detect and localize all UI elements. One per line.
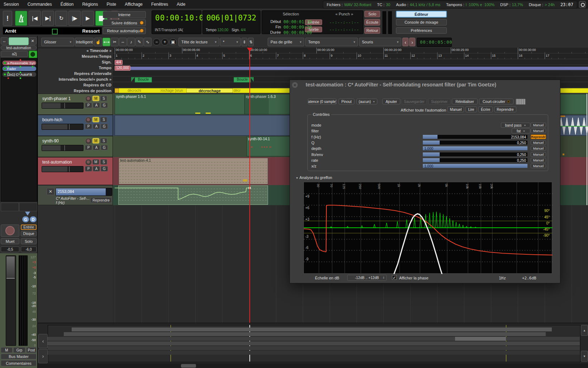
plugin-r-initialiser-button[interactable]: Réinitialiser xyxy=(452,99,478,104)
monitor-gain-button[interactable]: G xyxy=(22,216,29,222)
secondary-clock[interactable]: 006|01|0732 Tempo 120,00 Sign. 4/4 xyxy=(202,10,260,34)
loop-marker[interactable]: Boucle xyxy=(234,77,251,82)
ruler-row[interactable] xyxy=(113,71,588,76)
summary-scroll-left-button[interactable]: ‹ xyxy=(38,334,48,348)
playhead-head-icon[interactable] xyxy=(247,48,253,52)
go-start-button[interactable]: |◀ xyxy=(29,11,41,26)
track-header-synth-phaser 1[interactable]: synth-phaser 1MSPAG xyxy=(38,94,113,115)
lane-automation-mode-button[interactable]: Reprendre▼ xyxy=(90,197,112,203)
track-solo-button[interactable]: S xyxy=(100,138,107,143)
sign-value[interactable]: 4/4 xyxy=(241,28,246,32)
error-log-button[interactable]: ! xyxy=(3,11,12,26)
selection-row-value[interactable]: 00:00:08:00 xyxy=(283,30,312,35)
summary-scrollbar[interactable] xyxy=(38,363,588,368)
db-scale-spinner[interactable]: -12dB .. +12dB⇕ xyxy=(347,275,387,281)
menu-piste[interactable]: Piste xyxy=(106,2,116,7)
track-solo-button[interactable]: S xyxy=(100,117,107,122)
summary-scrollbar-handle[interactable] xyxy=(181,364,196,368)
zoom-focus-dropdown[interactable]: Tête de lecture▼ xyxy=(178,38,219,46)
plugin-close-icon[interactable]: ✕ xyxy=(292,82,298,88)
summary-scroll-right-button[interactable]: › xyxy=(38,349,48,363)
internal-edit-tool-button[interactable]: ∿ xyxy=(144,38,152,46)
control-auto-filter[interactable]: Manuel xyxy=(531,128,546,133)
processor-box[interactable]: a-Reasonable SynFader(2x1) C* AutoFilt xyxy=(1,58,37,202)
strip-name-button[interactable]: test-automation xyxy=(1,45,37,50)
mute-button[interactable]: Muet xyxy=(1,238,19,244)
strip-solo-button[interactable]: Solo xyxy=(21,238,37,244)
meter-marker[interactable]: 4/4 xyxy=(115,60,123,65)
track-gain-bar[interactable] xyxy=(42,103,83,109)
track-mute-button[interactable]: M xyxy=(92,96,99,101)
track-header-synth-90[interactable]: synth-90MSPAG xyxy=(38,136,113,157)
processor-1[interactable]: a-Reasonable Syn xyxy=(3,61,36,65)
menu-aide[interactable]: Aide xyxy=(177,2,185,7)
strip-resize-button[interactable]: ↔ xyxy=(1,37,8,44)
lane-close-button[interactable]: ✕ xyxy=(47,188,54,195)
track-playlist-button[interactable]: P xyxy=(85,124,92,129)
primary-clock[interactable]: 00:00:10:05 INT/Transport JA( xyxy=(152,10,201,34)
go-end-button[interactable]: ▶| xyxy=(42,11,54,26)
automation-manuel-button[interactable]: Manuel xyxy=(448,107,464,112)
snap-dropdown[interactable]: *▼ xyxy=(220,38,241,46)
automation-lire-button[interactable]: Lire xyxy=(465,107,477,112)
edit-mode-dropdown[interactable]: Glisser▼ xyxy=(41,38,74,46)
track-name-label[interactable]: boum-hich xyxy=(42,117,62,122)
zoom-fit-button[interactable]: ▣ xyxy=(169,38,177,46)
zoom-in-button[interactable]: + xyxy=(161,38,168,46)
tempo-marker[interactable]: 120,000 xyxy=(115,66,130,71)
track-group-button[interactable]: G xyxy=(101,145,108,150)
track-mute-button[interactable]: M xyxy=(92,117,99,122)
control-slider-lfo-env[interactable]: 0,250 xyxy=(422,152,528,157)
track-gain-bar[interactable] xyxy=(42,166,83,172)
zoom-out-button[interactable]: − xyxy=(153,38,160,46)
grab-tool-button[interactable]: ☝ xyxy=(94,38,102,46)
strip-close-button[interactable]: ✕ xyxy=(29,37,37,44)
grid-units-dropdown[interactable]: Temps▼ xyxy=(305,38,358,46)
track-group-button[interactable]: G xyxy=(101,124,108,129)
output-bus-button[interactable]: Bus Master xyxy=(1,354,37,359)
range-tool-button[interactable]: ⟷ xyxy=(102,38,110,46)
control-auto-f-Hz-[interactable]: Reprendre xyxy=(531,135,546,139)
audition-button[interactable]: Écoute xyxy=(364,19,380,25)
phase-checkbox[interactable]: ✓ xyxy=(392,275,397,280)
plugin-supprimer-button[interactable]: Supprimer xyxy=(428,99,450,104)
location-marker-main[interactable]: décrochage xyxy=(186,88,233,93)
nudge-forward-button[interactable]: › xyxy=(409,38,415,46)
feedback-button[interactable]: Retour xyxy=(364,27,380,34)
play-button[interactable]: ▶ xyxy=(82,11,94,26)
output-left-panel[interactable] xyxy=(1,203,19,211)
track-name-label[interactable]: synth-phaser 1 xyxy=(42,96,71,101)
menu-session[interactable]: Session xyxy=(4,2,19,7)
track-automation-button[interactable]: A xyxy=(93,166,100,171)
plugin--aucun--button[interactable]: (aucun)▼ xyxy=(357,99,377,104)
menu-fenêtres[interactable]: Fenêtres xyxy=(151,2,168,7)
track-automation-button[interactable]: A xyxy=(93,145,100,150)
control-auto-Q[interactable]: Manuel xyxy=(531,140,546,145)
menu-édition[interactable]: Édition xyxy=(61,2,74,7)
track-name-label[interactable]: synth-90 xyxy=(42,138,59,143)
control-dropdown-filter[interactable]: fat▼ xyxy=(512,128,530,133)
auto-return-button[interactable]: Retour automatique xyxy=(103,27,146,34)
summary-scroll-up-button[interactable]: ▲ xyxy=(581,325,588,336)
shuttle-marker[interactable] xyxy=(52,29,58,34)
track-solo-button[interactable]: S xyxy=(100,159,107,165)
edit-point-dropdown[interactable]: Souris▼ xyxy=(359,38,401,46)
strip-record-button[interactable] xyxy=(1,225,19,237)
cut-tool-button[interactable]: ✂ xyxy=(111,38,119,46)
selection-row-value[interactable]: 00:00:01:28 xyxy=(283,19,312,24)
menu-régions[interactable]: Régions xyxy=(82,2,98,7)
loop-button[interactable]: ↻ xyxy=(55,11,67,26)
analysis-expander[interactable]: ▼ Analyse du greffon xyxy=(296,175,332,180)
log-icon[interactable] xyxy=(579,1,586,8)
menu-commandes[interactable]: Commandes xyxy=(28,2,52,7)
control-auto-depth[interactable]: Manuel xyxy=(531,146,546,151)
mute-point-button[interactable]: M xyxy=(1,347,13,353)
comments-button[interactable]: Commentaires xyxy=(1,360,37,366)
plugin-latence-0-sample--button[interactable]: latence (0 sample) xyxy=(308,99,336,104)
plugin-keyboard-icon[interactable] xyxy=(516,99,526,105)
track-header-boum-hich[interactable]: boum-hichMSPAG xyxy=(38,115,113,136)
editor-tab-button[interactable]: Éditeur xyxy=(396,11,447,18)
output-right-panel[interactable] xyxy=(19,203,37,211)
monitor-input-button[interactable]: Entrée xyxy=(21,225,37,230)
track-playlist-button[interactable]: P xyxy=(85,145,92,150)
